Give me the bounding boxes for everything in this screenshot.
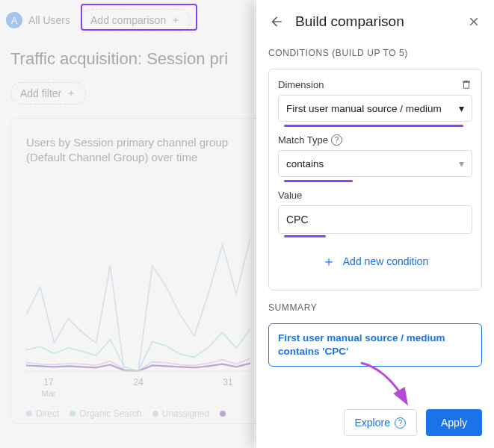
- chart-legend: Direct Organic Search Unassigned: [26, 408, 226, 419]
- audience-chip-all-users[interactable]: All Users: [28, 14, 70, 26]
- line-chart: [26, 231, 250, 373]
- close-icon[interactable]: [466, 13, 482, 30]
- add-filter-button[interactable]: Add filter ＋: [10, 82, 86, 105]
- annotation-underline: [284, 235, 326, 237]
- avatar: A: [6, 12, 22, 28]
- chart-title: Users by Session primary channel group (…: [26, 135, 243, 166]
- annotation-underline: [284, 180, 353, 182]
- dimension-select[interactable]: First user manual source / medium ▾: [278, 95, 472, 122]
- apply-button[interactable]: Apply: [426, 409, 482, 436]
- x-axis: 17Mar 24 31: [26, 377, 250, 398]
- condition-card: Dimension First user manual source / med…: [268, 69, 482, 290]
- chevron-down-icon: ▾: [459, 158, 464, 169]
- conditions-section-label: CONDITIONS (BUILD UP TO 5): [268, 48, 482, 58]
- summary-section-label: SUMMARY: [268, 302, 482, 313]
- plus-icon: ＋: [322, 252, 336, 270]
- help-icon[interactable]: ?: [331, 134, 342, 146]
- add-filter-label: Add filter: [20, 87, 61, 99]
- help-icon: ?: [395, 417, 406, 429]
- dimension-label: Dimension: [278, 79, 324, 90]
- match-type-label: Match Type: [278, 134, 328, 146]
- add-condition-button[interactable]: ＋ Add new condition: [278, 245, 472, 278]
- plus-icon: ＋: [66, 87, 76, 100]
- chevron-down-icon: ▾: [459, 102, 464, 114]
- delete-icon[interactable]: [460, 78, 472, 90]
- match-type-select[interactable]: contains ▾: [278, 150, 472, 177]
- back-icon[interactable]: [268, 13, 285, 30]
- annotation-arrow: [355, 358, 422, 418]
- drawer-title: Build comparison: [295, 13, 455, 30]
- annotation-highlight: [81, 4, 197, 31]
- value-label: Value: [278, 190, 302, 201]
- page-title: Traffic acquisition: Session pri: [10, 49, 228, 69]
- value-input[interactable]: [278, 205, 472, 234]
- annotation-underline: [284, 125, 463, 127]
